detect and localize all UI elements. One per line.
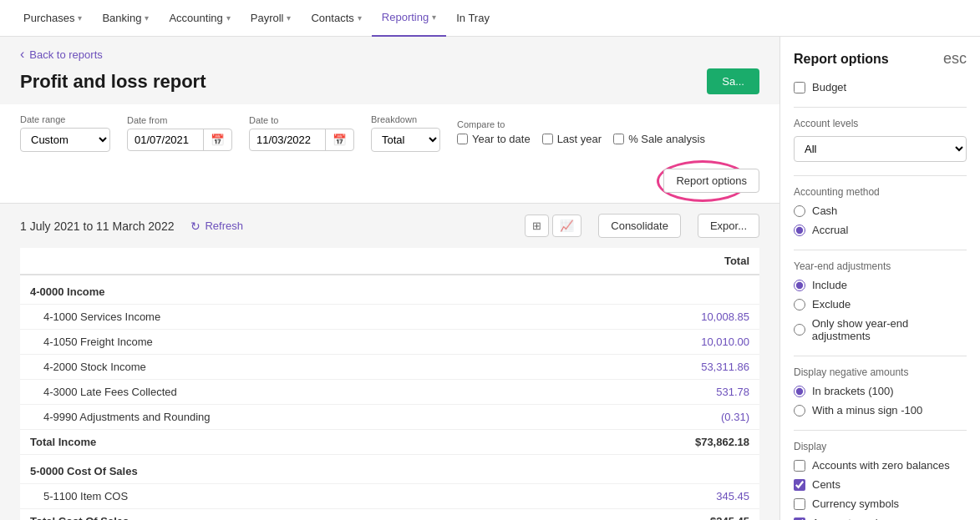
cash-radio[interactable] [794,205,805,217]
date-range-group: Date range Custom This month This quarte… [20,114,110,152]
year-end-adjustments-section: Year-end adjustments Include Exclude Onl… [794,260,967,342]
refresh-button[interactable]: ↻ Refresh [190,220,243,233]
account-levels-select[interactable]: All 1 2 3 [794,136,967,162]
export-button[interactable]: Expor... [698,214,759,238]
zero-balances-checkbox[interactable] [794,460,805,472]
chevron-down-icon: ▾ [78,13,82,23]
row-label: Total Cost Of Sales [20,509,559,521]
date-from-calendar-icon[interactable]: 📅 [203,129,231,150]
cents-option[interactable]: Cents [794,478,967,491]
nav-accounting[interactable]: Accounting ▾ [159,0,240,37]
table-row: 4-9990 Adjustments and Rounding (0.31) [20,405,759,430]
only-year-end-radio[interactable] [794,324,805,336]
row-label: 4-9990 Adjustments and Rounding [20,405,559,430]
accrual-radio[interactable] [794,225,805,236]
minus-sign-option[interactable]: With a minus sign -100 [794,404,967,417]
only-show-year-end-option[interactable]: Only show year-end adjustments [794,317,967,342]
chevron-down-icon: ▾ [358,13,362,23]
budget-checkbox[interactable] [794,82,805,93]
page-title: Profit and loss report [20,71,206,93]
nav-reporting[interactable]: Reporting ▾ [372,0,446,37]
date-to-input[interactable] [250,129,325,150]
table-view-button[interactable]: ⊞ [525,215,549,237]
nav-in-tray[interactable]: In Tray [446,0,500,37]
chevron-down-icon: ▾ [432,13,436,22]
sale-analysis-checkbox[interactable] [613,134,624,144]
breakdown-control: Total Month Quarter [371,128,440,152]
row-label: 4-0000 Income [20,275,559,305]
row-value[interactable]: 531.78 [559,380,759,405]
sale-analysis-option[interactable]: % Sale analysis [613,133,705,145]
col-description [20,248,559,275]
report-options-wrapper: Report options [663,169,759,193]
panel-header: Report options esc [794,50,967,68]
date-from-control: 📅 [127,129,232,151]
nav-purchases[interactable]: Purchases ▾ [13,0,92,37]
cents-checkbox[interactable] [794,479,805,491]
row-label: 5-0000 Cost Of Sales [20,455,559,484]
brackets-radio[interactable] [794,386,805,397]
display-negative-label: Display negative amounts [794,366,967,378]
row-value: $73,862.18 [559,430,759,455]
accrual-option[interactable]: Accrual [794,224,967,236]
back-arrow-icon: ‹ [20,47,24,62]
year-to-date-option[interactable]: Year to date [457,133,531,145]
report-options-button[interactable]: Report options [663,169,759,193]
date-to-calendar-icon[interactable]: 📅 [325,129,353,150]
minus-sign-radio[interactable] [794,405,805,417]
date-from-label: Date from [127,115,232,125]
nav-contacts[interactable]: Contacts ▾ [301,0,371,37]
divider [794,175,967,176]
row-value: $345.45 [559,509,759,521]
budget-option[interactable]: Budget [794,81,967,93]
currency-symbols-option[interactable]: Currency symbols [794,497,967,510]
row-label: 4-1050 Freight Income [20,330,559,355]
date-range-control: Custom This month This quarter This year [20,128,110,152]
year-to-date-checkbox[interactable] [457,134,468,144]
date-to-group: Date to 📅 [249,115,354,151]
table-row: 4-1000 Services Income 10,008.85 [20,305,759,330]
exclude-radio[interactable] [794,299,805,310]
currency-symbols-checkbox[interactable] [794,498,805,510]
close-panel-button[interactable]: esc [943,50,967,68]
date-from-group: Date from 📅 [127,115,232,151]
account-numbers-option[interactable]: Account numbers [794,517,967,520]
nav-banking[interactable]: Banking ▾ [92,0,159,37]
display-section: Display Accounts with zero balances Cent… [794,441,967,520]
row-value[interactable]: 53,311.86 [559,355,759,380]
back-link[interactable]: ‹ Back to reports [0,37,779,65]
account-numbers-checkbox[interactable] [794,517,805,521]
cash-option[interactable]: Cash [794,204,967,217]
zero-balances-option[interactable]: Accounts with zero balances [794,459,967,472]
row-value[interactable]: 10,008.85 [559,305,759,330]
row-value[interactable]: (0.31) [559,405,759,430]
row-value[interactable]: 10,010.00 [559,330,759,355]
accounting-method-section: Accounting method Cash Accrual [794,186,967,236]
last-year-option[interactable]: Last year [542,133,602,145]
table-row-total-income: Total Income $73,862.18 [20,430,759,455]
row-label: 5-1100 Item COS [20,484,559,509]
chart-view-button[interactable]: 📈 [552,215,581,237]
breakdown-group: Breakdown Total Month Quarter [371,114,440,152]
right-panel: Report options esc Budget Account levels… [779,37,980,520]
row-value [559,455,759,484]
table-row: 4-1050 Freight Income 10,010.00 [20,330,759,355]
panel-title: Report options [794,52,889,67]
last-year-checkbox[interactable] [542,134,553,144]
account-levels-label: Account levels [794,118,967,129]
year-end-label: Year-end adjustments [794,260,967,272]
row-value[interactable]: 345.45 [559,484,759,509]
date-from-input[interactable] [128,129,203,150]
exclude-option[interactable]: Exclude [794,298,967,310]
nav-payroll[interactable]: Payroll ▾ [241,0,302,37]
brackets-option[interactable]: In brackets (100) [794,385,967,397]
budget-section: Budget [794,81,967,93]
save-button[interactable]: Sa... [707,68,759,94]
include-radio[interactable] [794,280,805,291]
date-range-select[interactable]: Custom This month This quarter This year [21,129,109,151]
divider [794,430,967,431]
breakdown-select[interactable]: Total Month Quarter [372,129,439,151]
include-option[interactable]: Include [794,279,967,291]
date-to-control: 📅 [249,129,354,151]
consolidate-button[interactable]: Consolidate [598,214,681,238]
